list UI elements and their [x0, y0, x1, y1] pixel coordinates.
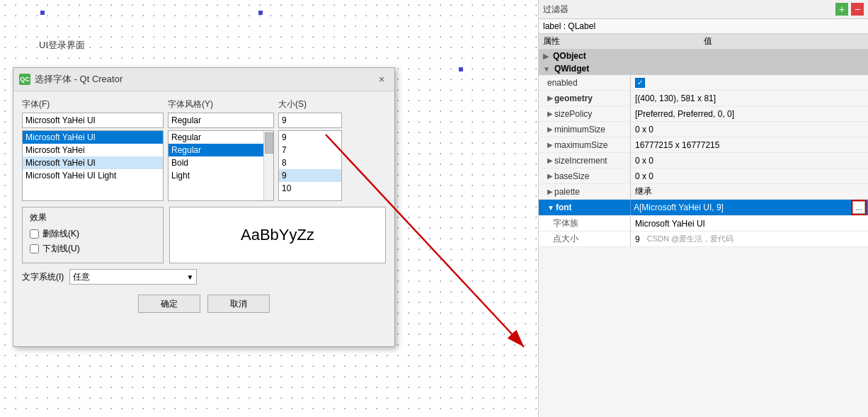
font-family-input[interactable] [22, 113, 164, 128]
val-header: 值 [704, 35, 864, 47]
prop-row-maximumsize: ▶maximumSize 16777215 x 16777215 [539, 137, 868, 153]
sub-prop-value-point-size: 9 CSDN @爱生活，爱代码 [631, 232, 868, 246]
font-size-item[interactable]: 9 [279, 169, 341, 182]
qobject-expand-icon: ▶ [543, 52, 549, 60]
prop-value-basesize: 0 x 0 [631, 168, 868, 183]
font-dialog: QC 选择字体 - Qt Creator × 字体(F) Microsoft Y… [13, 67, 395, 347]
prop-value-sizeincrement: 0 x 0 [631, 153, 868, 168]
font-family-list[interactable]: Microsoft YaHei UI Microsoft YaHei Micro… [22, 130, 164, 201]
filter-bar: 过滤器 + − [539, 0, 868, 19]
dialog-titlebar: QC 选择字体 - Qt Creator × [13, 68, 394, 91]
sizeincrement-expand-icon: ▶ [547, 156, 553, 164]
attr-header: 属性 [543, 35, 704, 47]
confirm-button[interactable]: 确定 [138, 295, 200, 313]
font-family-item[interactable]: Microsoft YaHei UI [23, 156, 163, 169]
font-style-scrollbar[interactable] [263, 131, 273, 200]
font-style-item[interactable]: Regular [169, 144, 263, 156]
maximumsize-expand-icon: ▶ [547, 141, 553, 149]
font-size-item[interactable]: 8 [279, 156, 341, 169]
prop-name-geometry: ▶geometry [539, 91, 631, 105]
font-family-item[interactable]: Microsoft YaHei UI Light [23, 169, 163, 182]
buttons-row: 确定 取消 [22, 295, 386, 313]
cancel-button[interactable]: 取消 [207, 295, 270, 313]
underline-checkbox[interactable] [30, 244, 39, 253]
font-style-input[interactable] [168, 113, 274, 128]
font-size-input[interactable] [278, 113, 342, 128]
canvas-marker [258, 11, 263, 15]
font-family-item[interactable]: Microsoft YaHei UI [23, 131, 163, 144]
dialog-title: 选择字体 - Qt Creator [35, 73, 122, 86]
dialog-content: 字体(F) Microsoft YaHei UI Microsoft YaHei… [13, 91, 394, 320]
writing-system-select[interactable]: 任意 ▼ [69, 269, 197, 285]
filter-add-button[interactable]: + [835, 3, 848, 16]
prop-row-sizepolicy: ▶sizePolicy [Preferred, Preferred, 0, 0] [539, 106, 868, 122]
font-size-list[interactable]: 9 7 8 9 10 [278, 130, 342, 201]
prop-row-basesize: ▶baseSize 0 x 0 [539, 168, 868, 184]
font-value-text: A[Microsoft YaHei UI, 9] [634, 202, 724, 212]
font-size-group: 大小(S) 9 7 8 9 10 [278, 98, 342, 201]
effects-title: 效果 [30, 212, 156, 224]
preview-box: AaBbYyZz [169, 207, 386, 263]
font-style-group: 字体风格(Y) Regular Regular Bold Light [168, 98, 274, 201]
qwidget-section: ▼ QWidget [539, 62, 868, 75]
prop-value-font: A[Microsoft YaHei UI, 9] … [631, 200, 868, 215]
strikethrough-row: 删除线(K) [30, 228, 156, 240]
watermark-text: CSDN @爱生活，爱代码 [647, 234, 733, 244]
dialog-close-button[interactable]: × [375, 72, 389, 86]
font-style-item[interactable]: Regular [169, 131, 263, 144]
prop-name-font: ▼font [539, 200, 631, 215]
basesize-expand-icon: ▶ [547, 172, 553, 180]
font-size-item[interactable]: 10 [279, 182, 341, 195]
font-size-label: 大小(S) [278, 98, 342, 110]
sub-prop-name-font-family: 字体族 [539, 216, 631, 231]
font-size-item[interactable]: 9 [279, 131, 341, 144]
element-label: label : QLabel [539, 19, 868, 34]
sub-prop-row-font-family: 字体族 Microsoft YaHei UI [539, 216, 868, 232]
right-panel: 过滤器 + − label : QLabel 属性 值 ▶ QObject ▼ … [538, 0, 868, 417]
font-style-item[interactable]: Bold [169, 156, 263, 169]
sub-prop-value-font-family: Microsoft YaHei UI [631, 216, 868, 231]
sub-prop-row-point-size: 点大小 9 CSDN @爱生活，爱代码 [539, 232, 868, 247]
font-size-item[interactable]: 7 [279, 144, 341, 156]
font-ellipsis-button[interactable]: … [852, 201, 865, 214]
strikethrough-label: 删除线(K) [42, 228, 79, 240]
font-style-item[interactable]: Light [169, 169, 263, 182]
font-style-label: 字体风格(Y) [168, 98, 274, 110]
prop-value-enabled [631, 75, 868, 90]
qwidget-label: QWidget [554, 64, 589, 74]
prop-row-font: ▼font A[Microsoft YaHei UI, 9] … [539, 200, 868, 216]
enabled-checkbox[interactable] [635, 78, 645, 88]
prop-name-minimumsize: ▶minimumSize [539, 122, 631, 137]
font-family-label: 字体(F) [22, 98, 164, 110]
qt-icon: QC [19, 74, 30, 85]
font-expand-icon: ▼ [547, 204, 554, 212]
props-header: 属性 值 [539, 34, 868, 50]
font-selectors: 字体(F) Microsoft YaHei UI Microsoft YaHei… [22, 98, 386, 201]
font-family-item[interactable]: Microsoft YaHei [23, 144, 163, 156]
dialog-title-left: QC 选择字体 - Qt Creator [19, 73, 122, 86]
prop-name-sizeincrement: ▶sizeIncrement [539, 153, 631, 168]
point-size-value: 9 [635, 234, 640, 244]
prop-row-geometry: ▶geometry [(400, 130), 581 x 81] [539, 91, 868, 106]
qobject-section: ▶ QObject [539, 50, 868, 62]
prop-value-minimumsize: 0 x 0 [631, 122, 868, 137]
scrollbar-thumb[interactable] [265, 132, 273, 154]
strikethrough-checkbox[interactable] [30, 229, 39, 239]
prop-value-palette: 继承 [631, 184, 868, 199]
prop-name-basesize: ▶baseSize [539, 168, 631, 183]
writing-system-value: 任意 [73, 271, 90, 283]
font-family-value: Microsoft YaHei UI [635, 219, 705, 229]
canvas-label: UI登录界面 [39, 39, 85, 52]
canvas-marker [40, 11, 45, 15]
qwidget-expand-icon: ▼ [543, 65, 550, 73]
canvas-area: UI登录界面 QC 选择字体 - Qt Creator × 字体(F) Micr… [0, 0, 538, 417]
minimumsize-expand-icon: ▶ [547, 125, 553, 133]
writing-system-label: 文字系统(I) [22, 271, 64, 283]
prop-name-enabled: enabled [539, 75, 631, 90]
sub-prop-name-point-size: 点大小 [539, 232, 631, 246]
font-style-list[interactable]: Regular Regular Bold Light [169, 131, 263, 200]
filter-remove-button[interactable]: − [851, 3, 864, 16]
prop-name-maximumsize: ▶maximumSize [539, 137, 631, 152]
prop-value-sizepolicy: [Preferred, Preferred, 0, 0] [631, 106, 868, 121]
font-style-list-container: Regular Regular Bold Light [168, 130, 274, 201]
